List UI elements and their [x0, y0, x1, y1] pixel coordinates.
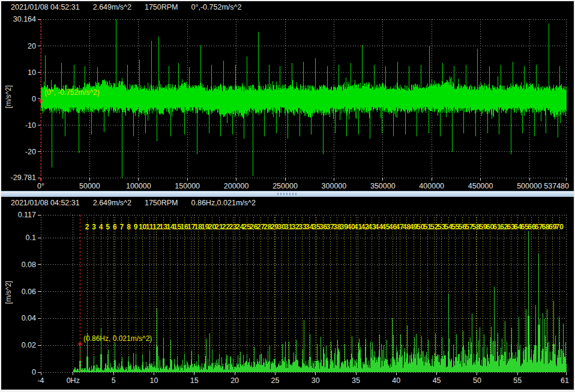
x-tick-label: 20	[230, 376, 239, 385]
waveform-plot[interactable]: 30.16420100-10-20-29.7810°50000100000150…	[1, 1, 574, 191]
x-tick-label: 250000	[272, 182, 298, 190]
x-tick-label: 40	[392, 376, 400, 385]
x-tick-label: -4	[37, 376, 44, 385]
x-tick-label: 350000	[370, 182, 396, 190]
x-tick-label: 45	[433, 376, 441, 385]
y-tick-label: 0.04	[22, 314, 36, 322]
harmonic-order-label: 9	[134, 223, 138, 231]
harmonic-order-label: 4	[99, 223, 103, 231]
y-tick-label: 0.02	[22, 341, 36, 349]
vibration-analyzer-window: 2021/01/08 04:52:312.649m/s^21750RPM0°,-…	[0, 0, 575, 392]
x-tick-label: 50000	[79, 182, 100, 190]
x-tick-label: 400000	[419, 182, 444, 190]
x-tick-label: 100000	[126, 182, 151, 190]
harmonic-order-label: 7	[120, 223, 124, 231]
x-tick-label: 200000	[224, 182, 249, 190]
x-tick-label: 450000	[468, 182, 493, 190]
harmonic-order-label: 8	[127, 223, 131, 231]
splitter-grip-icon	[277, 193, 298, 195]
y-tick-label: 0	[32, 95, 36, 103]
x-tick-label: 0°	[37, 182, 44, 190]
x-tick-label: 55	[513, 376, 522, 385]
harmonic-order-label: 5	[106, 223, 110, 231]
x-tick-label: 35	[352, 376, 360, 385]
spectrum-noise-floor	[73, 287, 566, 372]
x-tick-label: 30	[312, 376, 320, 385]
x-tick-label: 50	[473, 376, 481, 385]
y-tick-label: 0.1	[26, 234, 36, 242]
y-tick-label: -10	[25, 121, 36, 130]
x-tick-label: 5	[112, 376, 116, 385]
x-tick-label: 61	[561, 376, 569, 385]
y-tick-label: 10	[28, 68, 36, 77]
y-tick-label: 0	[32, 368, 36, 376]
x-tick-label: 537480	[544, 182, 569, 190]
y-tick-label: -29.781	[11, 173, 36, 182]
spectrum-cursor-marker	[77, 342, 82, 346]
panel-splitter[interactable]	[1, 191, 574, 197]
x-tick-label: 15	[190, 376, 199, 385]
y-tick-label: 30.164	[13, 15, 36, 23]
x-tick-label: 25	[271, 376, 279, 385]
waveform-panel: 2021/01/08 04:52:312.649m/s^21750RPM0°,-…	[1, 1, 574, 191]
spectrum-plot[interactable]: 0.1170.10.080.060.040.020-40Hz5101520253…	[1, 197, 574, 390]
y-tick-label: 20	[28, 42, 36, 50]
y-tick-label: 0.117	[18, 211, 36, 219]
harmonic-order-label: 70	[556, 223, 564, 231]
spectrum-panel: 2021/01/08 04:52:312.649m/s^21750RPM0.86…	[1, 197, 574, 390]
harmonic-order-label: 6	[113, 223, 117, 231]
harmonic-order-label: 2	[85, 223, 89, 231]
x-tick-label: 10	[150, 376, 158, 385]
y-tick-label: 0.08	[22, 261, 36, 269]
x-tick-label: 150000	[175, 182, 200, 190]
spectrum-peaks	[79, 231, 564, 372]
x-tick-label: 500000	[517, 182, 542, 190]
y-tick-label: 0.06	[22, 288, 36, 296]
y-tick-label: -20	[25, 148, 36, 156]
harmonic-order-label: 3	[92, 223, 96, 231]
x-tick-label: 300000	[322, 182, 347, 190]
x-tick-label: 0Hz	[67, 376, 80, 385]
